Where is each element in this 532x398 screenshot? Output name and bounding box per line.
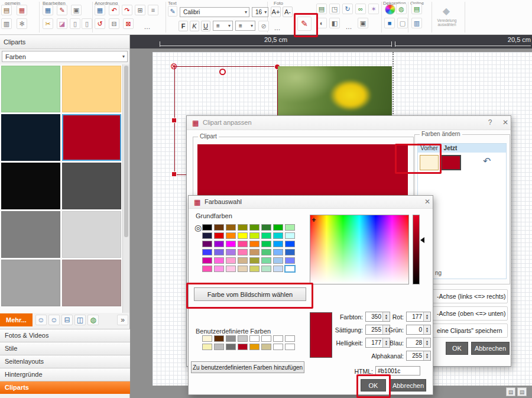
color-cell[interactable] xyxy=(249,241,259,247)
anordnung-overflow-button[interactable]: … xyxy=(142,21,153,32)
color-cell[interactable] xyxy=(214,335,224,342)
color-cell[interactable] xyxy=(238,257,248,264)
add-custom-color-button[interactable]: Zu benutzerdefinierten Farben hinzufügen xyxy=(191,361,304,373)
clipart-ok-button[interactable]: OK xyxy=(446,342,468,355)
color-wheel-icon[interactable] xyxy=(385,4,395,15)
color-cell[interactable] xyxy=(214,241,224,247)
color-cell[interactable] xyxy=(226,335,236,342)
share-page-icon[interactable]: ▥ xyxy=(411,18,422,28)
swatch-scrollbar[interactable] xyxy=(122,64,129,313)
spinner-arrows[interactable]: ▲▼ xyxy=(423,338,430,347)
delete-icon[interactable]: ▣ xyxy=(71,5,82,15)
sidebar-item-fotos-videos[interactable]: Fotos & Videos xyxy=(0,329,130,342)
color-cell[interactable] xyxy=(202,257,212,264)
sidebar-item-stile[interactable]: Stile xyxy=(0,342,130,355)
no-style-icon[interactable]: ⊘ xyxy=(258,21,269,31)
color-cell[interactable] xyxy=(214,344,224,350)
person-icon[interactable]: ☺ xyxy=(48,315,60,325)
color-cell[interactable] xyxy=(226,224,236,231)
valign-combo[interactable]: ≡ ▾ xyxy=(235,21,255,31)
hue-saturation-picker[interactable] xyxy=(310,215,409,284)
sidebar-item-cliparts[interactable]: Cliparts xyxy=(0,381,130,394)
color-cell[interactable] xyxy=(238,241,248,247)
clipart-color-swatch[interactable] xyxy=(1,163,60,209)
paste-icon[interactable]: ▯ xyxy=(82,18,92,29)
grid-icon[interactable]: ▦ xyxy=(17,5,27,15)
redo-icon[interactable]: ↷ xyxy=(122,5,132,15)
align-icon[interactable]: ≡ xyxy=(148,5,158,15)
color-cell[interactable] xyxy=(273,335,283,342)
font-family-combo[interactable]: Calibri ▾ xyxy=(180,7,249,17)
edge-handle[interactable] xyxy=(171,118,177,123)
color-cell[interactable] xyxy=(214,232,224,239)
color-cell[interactable] xyxy=(238,224,248,231)
edit-pencil-icon[interactable]: ✎ xyxy=(57,5,67,15)
effects-icon[interactable]: ✶ xyxy=(368,4,379,14)
red-spinbox[interactable]: 177▲▼ xyxy=(406,312,431,322)
rotate-handle[interactable] xyxy=(219,69,226,75)
color-cell[interactable] xyxy=(249,232,259,239)
color-cell[interactable] xyxy=(273,257,283,264)
corner-handle[interactable] xyxy=(171,172,177,177)
color-cell[interactable] xyxy=(261,232,271,239)
color-cell[interactable] xyxy=(261,344,271,350)
align-combo[interactable]: ≡ ▾ xyxy=(213,21,233,31)
spinner-arrows[interactable]: ▲▼ xyxy=(423,351,430,360)
photo-icon[interactable]: ▤ xyxy=(316,4,327,14)
edit-photo-icon[interactable]: ✎ xyxy=(297,17,312,31)
help-icon[interactable]: ? xyxy=(485,118,495,127)
text-overflow-button[interactable]: … xyxy=(272,22,283,33)
deco-dots-icon[interactable]: ◍ xyxy=(396,4,407,14)
color-cell[interactable] xyxy=(273,344,283,350)
close-icon[interactable]: ✕ xyxy=(423,198,432,206)
sidebar-item-hintergruende[interactable]: Hintergründe xyxy=(0,368,130,381)
html-color-input[interactable] xyxy=(375,366,420,376)
color-cell[interactable] xyxy=(261,335,271,342)
clipart-category-combo[interactable]: Farben ▾ xyxy=(2,51,128,62)
reset-color-icon[interactable]: ↶ xyxy=(483,156,491,167)
color-cell[interactable] xyxy=(273,224,283,231)
adjust-icon[interactable]: ◐ xyxy=(316,18,327,28)
color-cell[interactable] xyxy=(226,257,236,264)
color-cell[interactable] xyxy=(273,232,283,239)
dialog-titlebar[interactable]: ▦ Farbauswahl ✕ xyxy=(189,196,433,209)
color-cell[interactable] xyxy=(226,344,236,350)
color-cell[interactable] xyxy=(285,224,295,231)
underline-button[interactable]: U xyxy=(201,21,210,31)
flower-photo[interactable] xyxy=(278,66,392,118)
color-cell[interactable] xyxy=(285,232,295,239)
more-button[interactable]: Mehr... xyxy=(0,313,33,326)
expand-icon[interactable]: » xyxy=(117,315,128,325)
spinner-arrows[interactable]: ▲▼ xyxy=(423,325,430,334)
color-cell[interactable] xyxy=(249,335,259,342)
photobook-icon[interactable]: ▤ xyxy=(1,5,12,15)
color-cell[interactable] xyxy=(238,335,248,342)
text-edit-icon[interactable]: ✎ xyxy=(168,6,177,17)
color-cell[interactable] xyxy=(202,266,212,272)
printer-icon[interactable]: ⊟ xyxy=(61,315,73,325)
color-cell[interactable] xyxy=(202,232,212,239)
clipart-color-swatch[interactable] xyxy=(1,66,60,112)
link-icon[interactable]: ∞ xyxy=(355,4,366,14)
pick-screen-color-button[interactable]: Farbe vom Bildschirm wählen xyxy=(194,287,306,301)
color-cell[interactable] xyxy=(202,344,212,350)
page-nav-icon[interactable]: ▤ xyxy=(506,387,515,396)
color-cell[interactable] xyxy=(226,266,236,272)
scrollbar-thumb[interactable] xyxy=(124,66,128,237)
pages-icon[interactable]: ▥ xyxy=(1,18,12,29)
italic-button[interactable]: K xyxy=(190,21,199,31)
shadow-icon[interactable]: ◧ xyxy=(329,18,340,28)
color-cell[interactable] xyxy=(261,266,271,272)
clipart-color-swatch[interactable] xyxy=(62,211,121,258)
sidebar-item-seitenlayouts[interactable]: Seitenlayouts xyxy=(0,355,130,368)
clipart-cancel-button[interactable]: Abbrechen xyxy=(471,342,510,355)
value-slider[interactable] xyxy=(413,215,420,284)
color-cancel-button[interactable]: Abbrechen xyxy=(390,379,426,391)
color-cell[interactable] xyxy=(285,335,295,342)
color-cell[interactable] xyxy=(261,224,271,231)
color-cell[interactable] xyxy=(202,335,212,342)
color-cell[interactable] xyxy=(238,266,248,272)
raster-icon[interactable]: ▦ xyxy=(95,5,105,15)
rotate-cw-icon[interactable]: ↻ xyxy=(342,4,353,14)
frame-icon[interactable]: ▣ xyxy=(358,18,368,28)
